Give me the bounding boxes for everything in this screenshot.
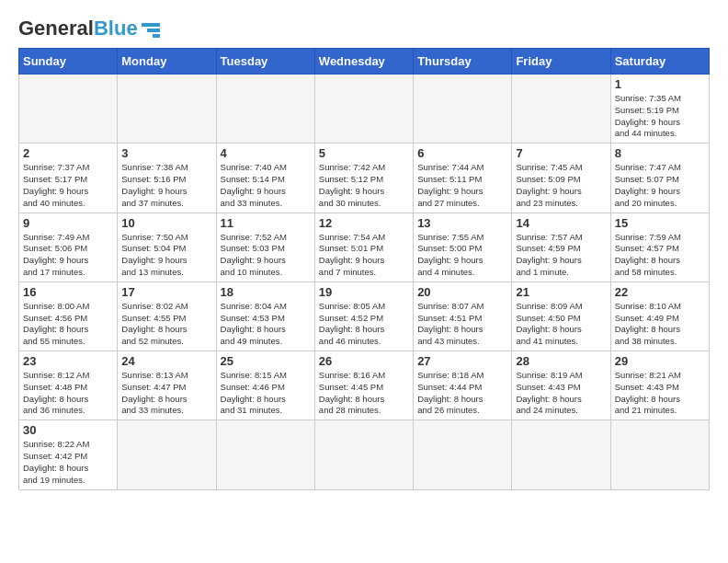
day-info: Sunrise: 8:22 AM Sunset: 4:42 PM Dayligh… [23, 439, 113, 486]
day-info: Sunrise: 7:45 AM Sunset: 5:09 PM Dayligh… [516, 162, 606, 209]
calendar-cell: 1Sunrise: 7:35 AM Sunset: 5:19 PM Daylig… [610, 75, 709, 144]
day-info: Sunrise: 8:12 AM Sunset: 4:48 PM Dayligh… [23, 370, 113, 417]
calendar-cell: 14Sunrise: 7:57 AM Sunset: 4:59 PM Dayli… [512, 213, 610, 282]
calendar-cell [512, 75, 610, 144]
day-info: Sunrise: 8:07 AM Sunset: 4:51 PM Dayligh… [417, 301, 507, 348]
day-info: Sunrise: 7:59 AM Sunset: 4:57 PM Dayligh… [615, 232, 705, 279]
logo: GeneralBlue [18, 18, 160, 39]
day-info: Sunrise: 7:44 AM Sunset: 5:11 PM Dayligh… [417, 162, 507, 209]
calendar-cell: 5Sunrise: 7:42 AM Sunset: 5:12 PM Daylig… [314, 144, 413, 213]
day-number: 4 [221, 146, 311, 160]
calendar-week-row: 1Sunrise: 7:35 AM Sunset: 5:19 PM Daylig… [19, 75, 710, 144]
calendar-cell: 22Sunrise: 8:10 AM Sunset: 4:49 PM Dayli… [610, 282, 709, 350]
day-number: 3 [121, 146, 211, 160]
calendar-week-row: 2Sunrise: 7:37 AM Sunset: 5:17 PM Daylig… [19, 144, 710, 213]
day-info: Sunrise: 7:40 AM Sunset: 5:14 PM Dayligh… [221, 162, 311, 209]
weekday-header-saturday: Saturday [610, 49, 709, 75]
logo-text: GeneralBlue [18, 18, 138, 39]
weekday-header-wednesday: Wednesday [314, 49, 413, 75]
calendar-week-row: 23Sunrise: 8:12 AM Sunset: 4:48 PM Dayli… [19, 351, 710, 420]
day-info: Sunrise: 7:42 AM Sunset: 5:12 PM Dayligh… [319, 162, 409, 209]
day-info: Sunrise: 8:16 AM Sunset: 4:45 PM Dayligh… [319, 370, 409, 417]
day-number: 16 [23, 285, 113, 299]
day-number: 18 [221, 285, 311, 299]
calendar-cell [314, 75, 413, 144]
calendar-cell: 20Sunrise: 8:07 AM Sunset: 4:51 PM Dayli… [414, 282, 512, 350]
day-number: 19 [319, 285, 409, 299]
calendar-cell [216, 75, 314, 144]
calendar-cell: 11Sunrise: 7:52 AM Sunset: 5:03 PM Dayli… [216, 213, 314, 282]
day-number: 22 [615, 285, 705, 299]
calendar-week-row: 30Sunrise: 8:22 AM Sunset: 4:42 PM Dayli… [19, 420, 710, 489]
page-header: GeneralBlue [18, 18, 710, 39]
logo-blue: Blue [94, 17, 138, 40]
day-number: 11 [221, 216, 311, 230]
calendar-cell: 6Sunrise: 7:44 AM Sunset: 5:11 PM Daylig… [414, 144, 512, 213]
day-number: 27 [417, 354, 507, 368]
day-number: 14 [516, 216, 606, 230]
calendar-table: SundayMondayTuesdayWednesdayThursdayFrid… [18, 48, 710, 490]
calendar-cell: 24Sunrise: 8:13 AM Sunset: 4:47 PM Dayli… [118, 351, 216, 420]
calendar-cell: 17Sunrise: 8:02 AM Sunset: 4:55 PM Dayli… [118, 282, 216, 350]
day-number: 24 [121, 354, 211, 368]
day-info: Sunrise: 7:52 AM Sunset: 5:03 PM Dayligh… [221, 232, 311, 279]
day-number: 20 [417, 285, 507, 299]
calendar-cell: 3Sunrise: 7:38 AM Sunset: 5:16 PM Daylig… [118, 144, 216, 213]
day-info: Sunrise: 7:47 AM Sunset: 5:07 PM Dayligh… [615, 162, 705, 209]
calendar-cell [216, 420, 314, 489]
day-number: 10 [121, 216, 211, 230]
weekday-header-friday: Friday [512, 49, 610, 75]
day-number: 30 [23, 423, 113, 437]
calendar-cell: 13Sunrise: 7:55 AM Sunset: 5:00 PM Dayli… [414, 213, 512, 282]
day-info: Sunrise: 7:38 AM Sunset: 5:16 PM Dayligh… [121, 162, 211, 209]
day-number: 21 [516, 285, 606, 299]
day-number: 29 [615, 354, 705, 368]
day-number: 9 [23, 216, 113, 230]
day-number: 1 [615, 77, 705, 91]
calendar-cell: 30Sunrise: 8:22 AM Sunset: 4:42 PM Dayli… [19, 420, 118, 489]
calendar-cell: 16Sunrise: 8:00 AM Sunset: 4:56 PM Dayli… [19, 282, 118, 350]
calendar-cell: 23Sunrise: 8:12 AM Sunset: 4:48 PM Dayli… [19, 351, 118, 420]
day-info: Sunrise: 7:57 AM Sunset: 4:59 PM Dayligh… [516, 232, 606, 279]
calendar-cell: 8Sunrise: 7:47 AM Sunset: 5:07 PM Daylig… [610, 144, 709, 213]
calendar-cell: 18Sunrise: 8:04 AM Sunset: 4:53 PM Dayli… [216, 282, 314, 350]
weekday-header-tuesday: Tuesday [216, 49, 314, 75]
day-info: Sunrise: 7:50 AM Sunset: 5:04 PM Dayligh… [121, 232, 211, 279]
day-info: Sunrise: 7:35 AM Sunset: 5:19 PM Dayligh… [615, 93, 705, 140]
day-info: Sunrise: 8:13 AM Sunset: 4:47 PM Dayligh… [121, 370, 211, 417]
calendar-cell: 21Sunrise: 8:09 AM Sunset: 4:50 PM Dayli… [512, 282, 610, 350]
day-number: 2 [23, 146, 113, 160]
day-info: Sunrise: 8:21 AM Sunset: 4:43 PM Dayligh… [615, 370, 705, 417]
day-number: 12 [319, 216, 409, 230]
calendar-cell [610, 420, 709, 489]
day-number: 17 [121, 285, 211, 299]
day-info: Sunrise: 7:55 AM Sunset: 5:00 PM Dayligh… [417, 232, 507, 279]
calendar-cell: 26Sunrise: 8:16 AM Sunset: 4:45 PM Dayli… [314, 351, 413, 420]
calendar-cell [314, 420, 413, 489]
calendar-cell: 7Sunrise: 7:45 AM Sunset: 5:09 PM Daylig… [512, 144, 610, 213]
day-info: Sunrise: 8:05 AM Sunset: 4:52 PM Dayligh… [319, 301, 409, 348]
calendar-week-row: 9Sunrise: 7:49 AM Sunset: 5:06 PM Daylig… [19, 213, 710, 282]
day-number: 7 [516, 146, 606, 160]
weekday-header-sunday: Sunday [19, 49, 118, 75]
calendar-cell [414, 75, 512, 144]
calendar-cell [414, 420, 512, 489]
calendar-cell: 10Sunrise: 7:50 AM Sunset: 5:04 PM Dayli… [118, 213, 216, 282]
day-info: Sunrise: 7:49 AM Sunset: 5:06 PM Dayligh… [23, 232, 113, 279]
day-number: 23 [23, 354, 113, 368]
day-info: Sunrise: 8:09 AM Sunset: 4:50 PM Dayligh… [516, 301, 606, 348]
calendar-cell: 2Sunrise: 7:37 AM Sunset: 5:17 PM Daylig… [19, 144, 118, 213]
calendar-cell: 12Sunrise: 7:54 AM Sunset: 5:01 PM Dayli… [314, 213, 413, 282]
day-number: 5 [319, 146, 409, 160]
day-info: Sunrise: 8:10 AM Sunset: 4:49 PM Dayligh… [615, 301, 705, 348]
logo-icon [142, 23, 160, 38]
day-info: Sunrise: 8:18 AM Sunset: 4:44 PM Dayligh… [417, 370, 507, 417]
calendar-week-row: 16Sunrise: 8:00 AM Sunset: 4:56 PM Dayli… [19, 282, 710, 350]
weekday-header-monday: Monday [118, 49, 216, 75]
calendar-cell: 28Sunrise: 8:19 AM Sunset: 4:43 PM Dayli… [512, 351, 610, 420]
calendar-cell [118, 420, 216, 489]
calendar-cell: 27Sunrise: 8:18 AM Sunset: 4:44 PM Dayli… [414, 351, 512, 420]
weekday-header-row: SundayMondayTuesdayWednesdayThursdayFrid… [19, 49, 710, 75]
calendar-cell: 15Sunrise: 7:59 AM Sunset: 4:57 PM Dayli… [610, 213, 709, 282]
day-info: Sunrise: 8:04 AM Sunset: 4:53 PM Dayligh… [221, 301, 311, 348]
